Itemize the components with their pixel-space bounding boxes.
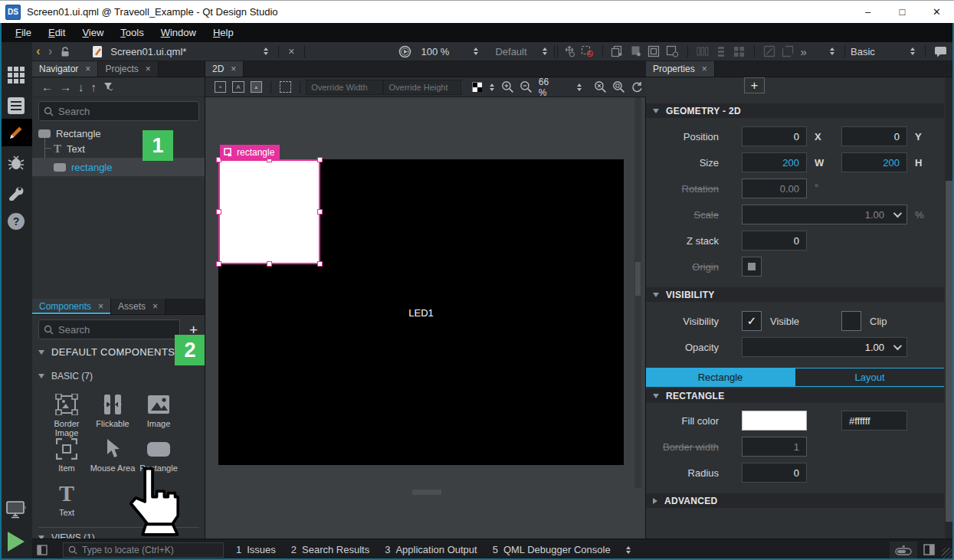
section-rectangle[interactable]: RECTANGLE [646, 388, 944, 403]
tree-item-rectangle-selected[interactable]: rectangle [32, 158, 205, 176]
scrollbar-thumb[interactable] [946, 181, 952, 522]
override-width-field[interactable] [306, 80, 383, 95]
tab-2d-close-icon[interactable]: × [231, 64, 236, 74]
move-anchors-icon[interactable] [560, 44, 579, 59]
create-component-icon[interactable] [608, 44, 627, 59]
selected-rectangle[interactable] [218, 159, 320, 264]
add-property-button[interactable]: + [744, 77, 765, 93]
navigator-search[interactable] [38, 101, 199, 121]
component-item[interactable]: Item [43, 437, 90, 473]
tab-navigator[interactable]: Navigator× [32, 61, 98, 77]
mode-edit[interactable] [0, 92, 32, 120]
mode-welcome[interactable] [0, 61, 32, 89]
style-spinner-left[interactable] [825, 47, 839, 55]
snap-objects-icon[interactable]: ▴ [251, 81, 262, 93]
opacity-field[interactable]: 1.00 [742, 337, 907, 357]
zstack-field[interactable]: 0 [742, 231, 807, 251]
scrollbar-thumb[interactable] [412, 490, 441, 495]
edit-component-icon[interactable] [645, 44, 664, 59]
tab-projects[interactable]: Projects× [98, 61, 158, 77]
no-snapping-icon[interactable]: × [215, 81, 226, 93]
workspace-selector[interactable]: Default [495, 46, 526, 57]
tab-projects-close-icon[interactable]: × [146, 64, 151, 74]
nav-move-down-icon[interactable]: ↓ [78, 80, 84, 93]
fill-color-swatch[interactable] [742, 411, 807, 431]
tab-assets[interactable]: Assets× [111, 299, 166, 314]
filter-icon[interactable] [103, 82, 114, 92]
tab-navigator-close-icon[interactable]: × [85, 64, 90, 74]
menu-edit[interactable]: Edit [41, 25, 73, 41]
close-button[interactable]: ✕ [920, 1, 954, 23]
toggle-left-sidebar-icon[interactable] [37, 545, 48, 555]
toolbar-overflow-icon[interactable]: » [797, 45, 811, 58]
zoom-fit-icon[interactable] [609, 80, 628, 95]
section-views[interactable]: VIEWS (1) [38, 532, 95, 539]
nav-forward-icon[interactable]: → [60, 80, 71, 93]
position-x-field[interactable]: 0 [742, 126, 807, 146]
build-progress-button[interactable] [890, 542, 917, 558]
size-height-field[interactable]: 200 [841, 152, 907, 172]
tab-components[interactable]: Components× [32, 299, 111, 314]
size-width-field[interactable]: 200 [742, 152, 807, 172]
menu-file[interactable]: File [8, 25, 39, 41]
override-width-input[interactable] [307, 83, 382, 92]
style-selector[interactable]: Basic [851, 46, 906, 57]
selection-lock-icon[interactable] [579, 44, 597, 59]
mode-projects[interactable] [0, 178, 32, 206]
component-image[interactable]: Image [135, 392, 182, 428]
position-y-field[interactable]: 0 [841, 126, 907, 146]
component-flickable[interactable]: Flickable [89, 392, 136, 428]
maximize-button[interactable]: □ [885, 1, 920, 23]
subtab-layout[interactable]: Layout [795, 368, 944, 386]
mode-design[interactable] [0, 119, 32, 146]
components-search-input[interactable] [58, 324, 175, 336]
components-search[interactable] [38, 319, 180, 339]
canvas-horizontal-scrollbar[interactable] [205, 489, 634, 496]
resize-handle-s[interactable] [267, 261, 272, 267]
canvas-zoom-value[interactable]: 66 % [539, 77, 557, 98]
feedback-comment-icon[interactable] [931, 44, 949, 59]
menu-view[interactable]: View [74, 25, 111, 41]
back-button[interactable]: ‹ [32, 44, 44, 59]
canvas-zoom-spinner[interactable] [572, 84, 586, 91]
section-advanced[interactable]: ADVANCED [646, 493, 944, 508]
rows-layout-icon[interactable] [712, 44, 730, 59]
forward-button[interactable]: › [44, 44, 57, 59]
tab-2d[interactable]: 2D× [205, 61, 244, 77]
resize-handle-ne[interactable] [317, 157, 323, 162]
canvas-vertical-scrollbar[interactable] [634, 97, 641, 488]
background-spinner[interactable] [485, 84, 499, 91]
create-child-component-icon[interactable] [627, 44, 645, 59]
output-pane-application-output[interactable]: 3Application Output [385, 544, 477, 555]
resize-handle-w[interactable] [216, 209, 221, 215]
tab-assets-close-icon[interactable]: × [152, 301, 158, 312]
selection-label[interactable]: rectangle [220, 145, 280, 159]
origin-selector-button[interactable] [742, 257, 762, 277]
minimize-button[interactable]: – [851, 1, 885, 23]
artboard-text-led1[interactable]: LED1 [218, 307, 624, 319]
mode-debug[interactable] [0, 149, 32, 177]
border-width-field[interactable]: 1 [742, 437, 807, 457]
section-basic[interactable]: BASIC (7) [38, 371, 93, 382]
override-height-input[interactable] [384, 83, 460, 92]
menu-window[interactable]: Window [153, 25, 204, 41]
workspace-spinner[interactable] [538, 47, 552, 55]
rotation-field[interactable]: 0.00 [742, 178, 807, 198]
kit-selector[interactable] [0, 496, 32, 523]
current-document[interactable]: Screen01.ui.qml* [110, 46, 186, 57]
nav-move-up-icon[interactable]: ↑ [91, 80, 97, 93]
fill-color-hex-field[interactable]: #ffffff [841, 411, 907, 431]
zoom-in-icon[interactable] [499, 80, 517, 95]
chevron-down-icon[interactable] [893, 342, 902, 350]
show-bounds-icon[interactable] [280, 81, 291, 93]
component-text[interactable]: T Text [43, 481, 90, 517]
reset-view-icon[interactable] [628, 80, 646, 95]
chevron-down-icon[interactable] [893, 209, 902, 218]
override-height-field[interactable] [383, 80, 461, 95]
clip-checkbox[interactable] [841, 311, 861, 331]
tab-properties-close-icon[interactable]: × [702, 64, 707, 74]
resize-handle-e[interactable] [317, 209, 323, 215]
menu-help[interactable]: Help [205, 25, 241, 41]
output-pane-spinner[interactable] [621, 546, 635, 554]
run-button[interactable] [0, 528, 32, 555]
